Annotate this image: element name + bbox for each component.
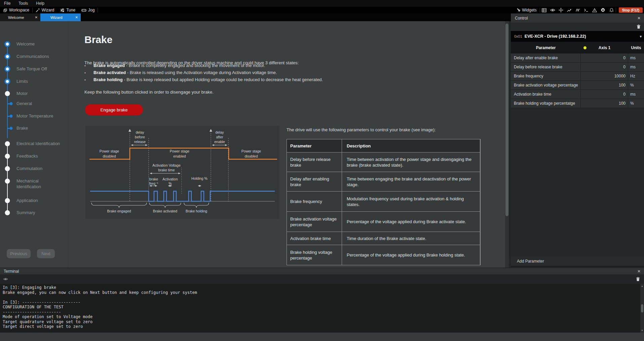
terminal-scrollbar-thumb[interactable] [641, 304, 643, 312]
sidebar-item-summary[interactable]: Summary [16, 210, 62, 215]
scroll-up-icon[interactable]: ▲ [641, 285, 643, 287]
menu-file[interactable]: File [0, 1, 14, 6]
tune-button[interactable]: Tune [57, 7, 78, 13]
terminal-toolbar [0, 274, 644, 284]
tab-wizard-close-icon[interactable]: ✕ [73, 15, 81, 19]
warning-icon[interactable] [591, 7, 599, 13]
step-dot-welcome [5, 41, 10, 47]
control-table-header: Parameter Axis 1 Units [511, 42, 644, 54]
wizard-sidebar: Welcome Communications Safe Torque Off L… [0, 21, 68, 268]
brake-parameters-table: Parameter Description Delay before relea… [287, 139, 481, 265]
table-cell: Time between activation of the power sta… [342, 152, 480, 172]
eye-icon[interactable] [548, 7, 557, 13]
bullet-icon: • [84, 71, 88, 75]
workspace-label: Workspace [9, 8, 29, 12]
gear-icon[interactable] [599, 7, 607, 13]
step-dot-limits [5, 79, 10, 84]
svg-text:before: before [135, 135, 145, 139]
widgets-button[interactable]: Widgets [513, 8, 539, 12]
param-unit: ms [628, 92, 644, 97]
control-close-icon[interactable]: ✕ [634, 16, 644, 21]
terminal-output: In [3]: Engaging brake Brake engaged, yo… [3, 285, 197, 329]
waveform-icon[interactable] [574, 7, 582, 13]
previous-button[interactable]: Previous [7, 249, 31, 258]
terminal-scrollbar[interactable]: ▲ ▼ [640, 284, 644, 333]
bullet-term: Brake holding [93, 77, 123, 82]
step-dot-communications [5, 54, 10, 60]
param-value[interactable]: 100 [581, 99, 628, 108]
move-icon[interactable] [557, 7, 565, 13]
engage-brake-button[interactable]: Engage brake [85, 104, 143, 115]
svg-text:Power stage: Power stage [241, 149, 261, 153]
step-dot-motor-temperature [10, 115, 13, 118]
svg-text:freq⁻¹: freq⁻¹ [149, 181, 158, 185]
col-axis-label: Axis 1 [599, 45, 610, 50]
toolbar: Workspace Wizard Tune Jog [0, 7, 644, 13]
terminal-footer [0, 333, 644, 341]
svg-text:Activation Voltage: Activation Voltage [152, 163, 181, 167]
trash-icon[interactable] [636, 277, 644, 281]
svg-text:brake time: brake time [158, 168, 175, 172]
tab-welcome[interactable]: Welcome ✕ [0, 13, 40, 21]
param-unit: % [628, 83, 644, 88]
param-value[interactable]: 10000 [581, 72, 628, 80]
sidebar-item-communications[interactable]: Communications [16, 54, 62, 59]
trash-icon[interactable] [637, 25, 644, 29]
sidebar-item-brake[interactable]: Brake [16, 125, 62, 131]
main-scrollbar[interactable] [505, 21, 509, 268]
table-icon[interactable] [540, 7, 548, 13]
terminal-output-area: In [3]: Engaging brake Brake engaged, yo… [0, 284, 644, 333]
sidebar-item-mechanical-identification[interactable]: Mechanical Identification [16, 178, 54, 190]
drive-header[interactable]: 0x01 EVE-XCR - Drive (192.168.2.22) ▾ [511, 31, 644, 42]
sidebar-item-safe-torque-off[interactable]: Safe Torque Off [16, 66, 62, 72]
menu-help[interactable]: Help [32, 1, 48, 6]
svg-text:delay: delay [136, 130, 144, 134]
step-dot-summary [5, 210, 10, 215]
param-value[interactable]: 0 [581, 63, 628, 71]
svg-text:disabled: disabled [103, 154, 116, 158]
col-parameter: Parameter [511, 45, 581, 50]
scroll-down-icon[interactable]: ▼ [641, 329, 643, 332]
tab-welcome-close-icon[interactable]: ✕ [32, 15, 40, 19]
table-cell: Brake activation voltage percentage [287, 212, 342, 232]
param-value[interactable]: 100 [581, 81, 628, 90]
step-dot-mechanical-identification [5, 179, 10, 184]
jog-button[interactable]: Jog [78, 7, 98, 13]
sidebar-item-electrical-identification[interactable]: Electrical Identification [16, 141, 62, 146]
sidebar-item-motor-temperature[interactable]: Motor Temperature [16, 113, 62, 119]
table-cell: Activation brake time [287, 232, 342, 245]
param-value[interactable]: 0 [581, 54, 628, 62]
workspace-button[interactable]: Workspace [0, 7, 32, 13]
workspace-icon [3, 8, 7, 12]
sidebar-item-motor[interactable]: Motor [16, 91, 62, 96]
menu-tools[interactable]: Tools [14, 1, 32, 6]
sidebar-item-general[interactable]: General [16, 101, 62, 106]
eye-icon[interactable] [0, 277, 636, 281]
sidebar-item-welcome[interactable]: Welcome [16, 41, 62, 47]
tab-wizard[interactable]: Wizard ✕ [40, 13, 81, 21]
param-value[interactable]: 0 [581, 90, 628, 99]
chart-icon[interactable] [565, 7, 574, 13]
param-row: Activation brake time 0 ms [511, 90, 644, 99]
sidebar-item-limits[interactable]: Limits [16, 78, 62, 84]
main-scrollbar-thumb[interactable] [505, 24, 508, 216]
param-row: Delay after enable brake 0 ms [511, 54, 644, 63]
bell-icon[interactable] [607, 7, 616, 13]
next-button[interactable]: Next [37, 249, 55, 258]
params-intro-text: The drive will use the following paramet… [287, 127, 436, 132]
svg-text:Power stage: Power stage [100, 149, 119, 153]
step-dot-commutation [5, 166, 10, 171]
chevron-down-icon[interactable]: ▾ [637, 34, 644, 39]
wizard-button[interactable]: Wizard [33, 7, 57, 13]
svg-text:Holding %: Holding % [191, 176, 207, 180]
stop-button[interactable]: Stop (F12) [619, 7, 643, 13]
tune-sliders-icon [60, 8, 65, 12]
bullet-brake-activated: •Brake activated - Brake is released usi… [84, 70, 471, 75]
svg-text:Power stage: Power stage [170, 149, 190, 153]
terminal-icon[interactable] [582, 7, 591, 13]
sidebar-item-feedbacks[interactable]: Feedbacks [16, 153, 62, 159]
sidebar-item-application[interactable]: Application [16, 198, 62, 203]
sidebar-item-commutation[interactable]: Commutation [16, 166, 62, 171]
terminal-close-icon[interactable]: ✕ [634, 269, 644, 274]
add-parameter-button[interactable]: Add Parameter [511, 257, 644, 267]
